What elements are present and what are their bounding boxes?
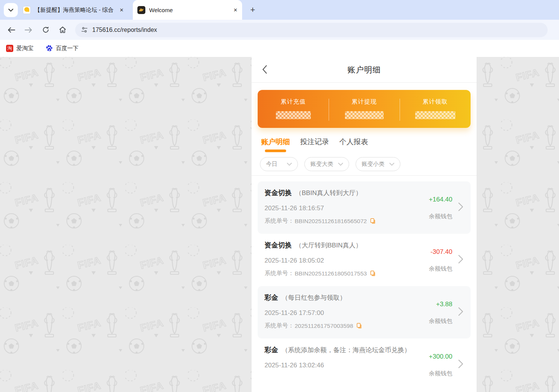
reload-icon [42,26,49,33]
forward-button[interactable] [23,24,34,36]
panel-tabs: 账户明细 投注记录 个人报表 [252,128,477,153]
tab-close-icon[interactable]: ✕ [120,7,124,13]
summary-item: 累计充值 [258,98,329,128]
tab-title: 【新提醒】海燕策略论坛 - 综合 [35,6,117,14]
new-tab-button[interactable]: + [247,5,258,15]
transaction-item[interactable]: 资金切换（大厅转到BBIN真人） 2025-11-26 18:05:02 系统单… [258,234,471,286]
bookmark-label: 爱淘宝 [16,45,33,52]
copy-icon[interactable] [370,218,376,224]
tab-title: Welcome [149,7,230,13]
summary-label: 累计提现 [352,98,377,106]
transaction-type: 彩金 [265,346,278,354]
reload-button[interactable] [40,24,51,36]
tab-account-detail[interactable]: 账户明细 [261,137,290,152]
filter-minor-type-dropdown[interactable]: 账变小类 [356,157,400,171]
home-button[interactable] [57,24,68,36]
transaction-wallet: 余额钱包 [429,213,452,220]
chevron-down-icon [389,163,394,166]
tab-personal-report[interactable]: 个人报表 [339,137,368,152]
bookmark-taobao[interactable]: 淘 爱淘宝 [6,45,33,52]
transaction-type: 彩金 [265,294,278,301]
transaction-order-row: 系统单号：BBIN202511261816565072 [265,217,414,225]
baidu-icon [46,45,53,52]
browser-tab-strip: 【新提醒】海燕策略论坛 - 综合 ✕ Welcome ✕ + [0,0,559,20]
transaction-item[interactable]: 彩金（每日红包参与领取） 2025-11-26 17:57:00 系统单号：20… [258,286,471,338]
url-text: 175616.cc/reports/index [92,27,157,33]
transaction-wallet: 余额钱包 [429,265,452,273]
filter-row: 今日 账变大类 账变小类 [252,153,477,176]
masked-value [345,111,384,119]
transaction-note: （BBIN真人转到大厅） [295,189,362,197]
forum-favicon-icon [23,6,31,14]
masked-value [415,111,455,119]
transaction-note: （每日红包参与领取） [282,294,346,301]
masked-value [276,111,311,119]
transaction-datetime: 2025-11-26 17:57:00 [265,309,414,317]
summary-label: 累计领取 [423,98,448,106]
chevron-right-icon[interactable] [458,203,463,213]
transaction-datetime: 2025-11-26 18:05:02 [265,257,414,264]
summary-item: 累计领取 [400,98,471,128]
transaction-type: 资金切换 [265,189,292,197]
browser-tab-forum[interactable]: 【新提醒】海燕策略论坛 - 综合 ✕ [18,0,128,20]
page-title: 账户明细 [348,65,381,75]
bookmark-label: 百度一下 [56,45,79,52]
transaction-amount: +164.40 [429,196,452,203]
transaction-wallet: 余额钱包 [429,370,452,378]
transaction-amount: -307.40 [430,248,452,256]
tab-close-icon[interactable]: ✕ [233,7,238,13]
chevron-left-icon [262,65,267,74]
transaction-order-row: 系统单号：202511261757003598 [265,322,414,330]
transaction-note: （系统添加余额，备注：海燕论坛金币兑换） [282,346,411,354]
filter-major-type-dropdown[interactable]: 账变大类 [304,157,349,171]
summary-label: 累计充值 [281,98,306,106]
chevron-down-icon [338,163,343,166]
filter-date-dropdown[interactable]: 今日 [260,157,298,171]
back-button[interactable] [6,24,17,36]
transaction-list: 资金切换（BBIN真人转到大厅） 2025-11-26 18:16:57 系统单… [252,181,477,391]
copy-icon[interactable] [356,323,362,329]
transaction-datetime: 2025-11-26 18:16:57 [265,205,414,212]
chevron-down-icon [8,9,13,12]
summary-card: 累计充值累计提现累计领取 [258,90,471,128]
transaction-amount: +300.00 [429,353,452,361]
forward-arrow-icon [25,27,32,33]
chevron-right-icon[interactable] [458,255,463,265]
tab-bet-records[interactable]: 投注记录 [300,137,329,152]
transaction-amount: +3.88 [436,301,452,308]
browser-tab-welcome[interactable]: Welcome ✕ [133,0,242,20]
site-settings-icon [81,27,88,33]
transaction-item[interactable]: 彩金（系统添加余额，备注：海燕论坛金币兑换） 2025-11-26 13:02:… [258,338,471,391]
panel-header: 账户明细 [252,57,477,83]
bookmarks-bar: 淘 爱淘宝 百度一下 [0,40,559,57]
transaction-datetime: 2025-11-26 13:02:46 [265,362,414,369]
browser-toolbar: 175616.cc/reports/index [0,20,559,40]
bookmark-baidu[interactable]: 百度一下 [46,45,79,52]
transaction-item[interactable]: 资金切换（BBIN真人转到大厅） 2025-11-26 18:16:57 系统单… [258,181,471,234]
summary-item: 累计提现 [329,98,400,128]
chevron-right-icon[interactable] [458,307,463,317]
back-chevron-button[interactable] [262,65,271,74]
address-bar[interactable]: 175616.cc/reports/index [75,23,548,37]
transaction-type: 资金切换 [265,241,292,249]
chevron-right-icon[interactable] [458,360,463,370]
transaction-note: （大厅转到BBIN真人） [295,242,362,249]
back-arrow-icon [8,27,15,33]
account-panel: 账户明细 累计充值累计提现累计领取 账户明细 投注记录 个人报表 今日 账变大类… [252,57,477,392]
taobao-icon: 淘 [6,45,13,52]
home-icon [59,26,66,33]
transaction-wallet: 余额钱包 [429,317,452,325]
copy-icon[interactable] [370,271,376,277]
transaction-order-row: 系统单号：BBIN202511261805017553 [265,269,414,277]
tab-search-button[interactable] [4,3,18,17]
welcome-favicon-icon [137,6,145,14]
chevron-down-icon [287,163,292,166]
